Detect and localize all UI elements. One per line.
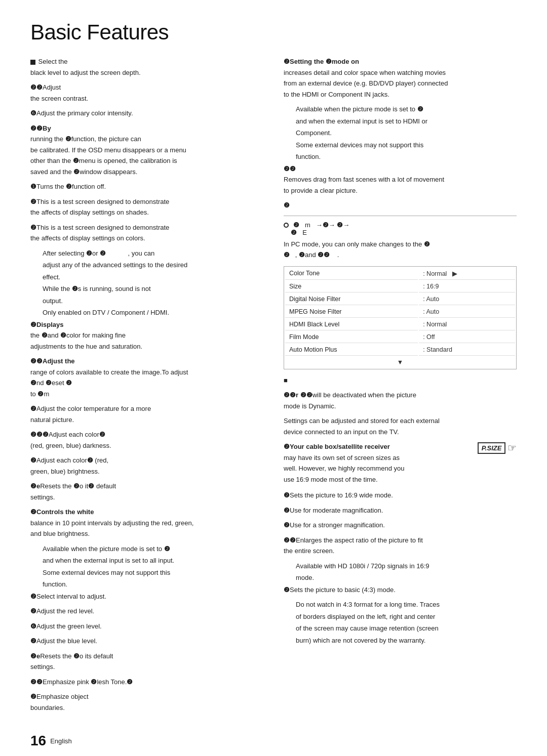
section-bold-heading: ■: [284, 375, 517, 386]
main-content: Select the black level to adjust the scr…: [30, 57, 517, 718]
section-controls-white: ❷Controls the white balance in 10 point …: [30, 507, 263, 539]
section-select-black: Select the black level to adjust the scr…: [30, 57, 263, 77]
section-adjust-darkness: ❷❷❷Adjust each color❷ (red, green, blue)…: [30, 430, 263, 450]
section-displays: ❷Displays the ❷and ❷color for making fin…: [30, 320, 263, 352]
table-row: Digital Noise Filter : Auto: [285, 293, 515, 305]
page-title: Basic Features: [30, 20, 517, 45]
hand-icon: ☞: [507, 442, 517, 454]
section-available-hdmi: Available when the picture mode is set t…: [284, 104, 517, 138]
section-formula: ❷ m →❷→ ❷→ ❷ E: [284, 221, 517, 236]
section-pink-tone: ❷❷Emphasize pink ❷lesh Tone.❷: [30, 677, 263, 687]
table-row: MPEG Noise Filter : Auto: [285, 306, 515, 318]
section-resets-1: ❷eResets the ❷o it❷ default settings.: [30, 481, 263, 502]
section-pc-mode: In PC mode, you can only make changes to…: [284, 239, 517, 260]
section-some-external-1: Some external devices may not support th…: [30, 568, 263, 590]
section-adjust-primary: ❻Adjust the primary color intensity.: [30, 108, 263, 118]
page-number: 16: [30, 733, 46, 749]
language-label: English: [50, 737, 72, 745]
table-row: Color Tone : Normal ▶: [285, 268, 515, 280]
table-row: HDMI Black Level : Normal: [285, 319, 515, 330]
section-only-enabled: Only enabled on DTV / Component / HDMI.: [30, 308, 263, 318]
section-sets-169: ❷Sets the picture to 16:9 wide mode.: [284, 490, 517, 500]
section-adjust-green: ❻Adjust the green level.: [30, 621, 263, 632]
section-available-picture: Available when the picture mode is set t…: [30, 544, 263, 566]
section-turns-off: ❶Turns the ❷function off.: [30, 182, 263, 192]
section-do-not-watch: Do not watch in 4:3 format for a long ti…: [284, 600, 517, 645]
section-by-running: ❷❷By running the ❷function, the picture …: [30, 123, 263, 177]
section-available-hd: Available with HD 1080i / 720p signals i…: [284, 561, 517, 583]
psize-icon: P.SIZE: [478, 442, 506, 454]
settings-table: Color Tone : Normal ▶ Size : 16:9 Digita…: [284, 266, 517, 369]
table-row: Size : 16:9: [285, 281, 515, 292]
section-adjust-brightness: ❷Adjust each color❷ (red, green, blue) b…: [30, 455, 263, 476]
section-adjust-red: ❷Adjust the red level.: [30, 606, 263, 616]
section-some-external-r: Some external devices may not support th…: [284, 140, 517, 162]
horizontal-rule: [284, 216, 517, 216]
section-color-temp: ❷Adjust the color temperature for a more…: [30, 404, 263, 425]
section-cable-box: ❷Your cable box/satellite receiver may h…: [284, 442, 517, 485]
section-divider-b: ❷: [284, 200, 517, 211]
section-setting-mode: ❷Setting the ❷mode on increases detail a…: [284, 57, 517, 99]
section-adjust-blue: ❷Adjust the blue level.: [30, 636, 263, 646]
section-enlarges: ❷❷Enlarges the aspect ratio of the pictu…: [284, 535, 517, 556]
table-row: Auto Motion Plus : Standard: [285, 344, 515, 356]
section-test-screen-1: ❷This is a test screen designed to demon…: [30, 197, 263, 218]
section-test-screen-2: ❷This is a test screen designed to demon…: [30, 223, 263, 243]
footer: 16 English: [30, 733, 517, 749]
right-column: ❷Setting the ❷mode on increases detail a…: [284, 57, 517, 718]
section-adjust-range: ❷❷Adjust the range of colors available t…: [30, 356, 263, 399]
table-row: Film Mode : Off: [285, 331, 515, 343]
section-after-selecting: After selecting ❷or ❷ , you can adjust a…: [30, 248, 263, 282]
section-select-interval: ❷Select interval to adjust.: [30, 592, 263, 602]
section-emphasize-object: ❷Emphasize object boundaries.: [30, 692, 263, 712]
left-column: Select the black level to adjust the scr…: [30, 57, 263, 718]
section-removes-drag: ❷❷ Removes drag from fast scenes with a …: [284, 164, 517, 196]
section-adjust-contrast: ❷❷Adjust the screen contrast.: [30, 82, 263, 103]
table-row: ▼: [285, 357, 515, 368]
section-resets-2: ❷eResets the ❷o its default settings.: [30, 651, 263, 672]
section-deactivated: ❷❷r ❷❷will be deactivated when the pictu…: [284, 390, 517, 411]
section-while-running: While the ❷s is running, sound is not ou…: [30, 284, 263, 306]
section-moderate-mag: ❷Use for moderate magnification.: [284, 506, 517, 516]
section-stronger-mag: ❷Use for a stronger magnification.: [284, 520, 517, 530]
section-sets-43: ❷Sets the picture to basic (4:3) mode.: [284, 585, 517, 595]
section-settings-stored: Settings can be adjusted and stored for …: [284, 416, 517, 437]
